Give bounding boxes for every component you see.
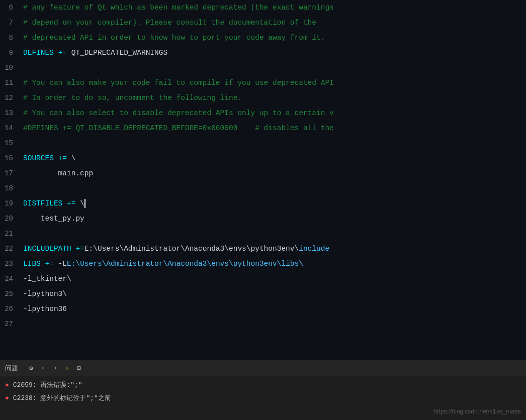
filter-icon[interactable]: ⊟ <box>75 363 83 373</box>
line-number: 21 <box>4 226 13 241</box>
error-item[interactable]: ●C2238: 意外的标记位于";"之前 <box>0 391 526 404</box>
code-line <box>23 60 526 75</box>
line-number: 6 <box>4 0 13 15</box>
code-line: DISTFILES += \ <box>23 196 526 211</box>
error-circle-icon: ● <box>5 394 9 402</box>
code-line: test_py.py <box>23 211 526 226</box>
line-number: 12 <box>4 90 13 106</box>
warning-icon[interactable]: ⚠ <box>63 363 71 373</box>
line-number: 20 <box>4 211 13 226</box>
line-number: 23 <box>4 256 13 271</box>
line-number: 8 <box>4 30 13 45</box>
error-message: C2059: 语法错误:";" <box>13 380 82 389</box>
line-number: 7 <box>4 15 13 30</box>
line-number: 24 <box>4 271 13 286</box>
code-line: # You can also select to disable depreca… <box>23 106 526 121</box>
error-message: C2238: 意外的标记位于";"之前 <box>13 393 111 402</box>
code-line <box>23 181 526 196</box>
line-number: 10 <box>4 60 13 75</box>
line-number: 18 <box>4 181 13 196</box>
next-icon[interactable]: › <box>51 363 59 373</box>
code-content[interactable]: # any feature of Qt which as been marked… <box>19 0 526 360</box>
code-line: main.cpp <box>23 166 526 181</box>
line-numbers: 6789101112131415161718192021222324252627 <box>0 0 19 360</box>
code-container: 6789101112131415161718192021222324252627… <box>0 0 526 360</box>
code-line: # depend on your compiler). Please consu… <box>23 15 526 30</box>
code-line: #DEFINES += QT_DISABLE_DEPRECATED_BEFORE… <box>23 121 526 136</box>
code-line: -lpython3\ <box>23 286 526 301</box>
line-number: 22 <box>4 241 13 256</box>
code-line <box>23 136 526 151</box>
settings-icon[interactable]: ⚙ <box>27 363 35 373</box>
line-number: 27 <box>4 317 13 332</box>
line-number: 9 <box>4 45 13 60</box>
line-number: 19 <box>4 196 13 211</box>
line-number: 16 <box>4 151 13 166</box>
panel-title: 问题 <box>5 364 18 373</box>
panel-toolbar: 问题 ⚙ ‹ › ⚠ ⊟ <box>0 360 526 376</box>
code-line <box>23 226 526 241</box>
line-number: 13 <box>4 106 13 121</box>
watermark: https://blog.csdn.net/a1xe_made <box>434 408 521 415</box>
prev-icon[interactable]: ‹ <box>39 363 47 373</box>
code-line: # any feature of Qt which as been marked… <box>23 0 526 15</box>
code-line: -lpython36 <box>23 301 526 317</box>
line-number: 17 <box>4 166 13 181</box>
code-line: # In order to do so, uncomment the follo… <box>23 90 526 106</box>
error-item[interactable]: ●C2059: 语法错误:";" <box>0 378 526 391</box>
code-line: DEFINES += QT_DEPRECATED_WARNINGS <box>23 45 526 60</box>
editor-area: 6789101112131415161718192021222324252627… <box>0 0 526 360</box>
line-number: 26 <box>4 301 13 317</box>
line-number: 11 <box>4 75 13 90</box>
line-number: 25 <box>4 286 13 301</box>
code-line: LIBS += -LE:\Users\Administrator\Anacond… <box>23 256 526 271</box>
code-line: -l_tkinter\ <box>23 271 526 286</box>
code-line: INCLUDEPATH +=E:\Users\Administrator\Ana… <box>23 241 526 256</box>
line-number: 14 <box>4 121 13 136</box>
code-line: # You can also make your code fail to co… <box>23 75 526 90</box>
code-line: # deprecated API in order to know how to… <box>23 30 526 45</box>
text-cursor <box>84 199 85 208</box>
line-number: 15 <box>4 136 13 151</box>
code-line: SOURCES += \ <box>23 151 526 166</box>
code-line <box>23 317 526 332</box>
error-circle-icon: ● <box>5 381 9 389</box>
